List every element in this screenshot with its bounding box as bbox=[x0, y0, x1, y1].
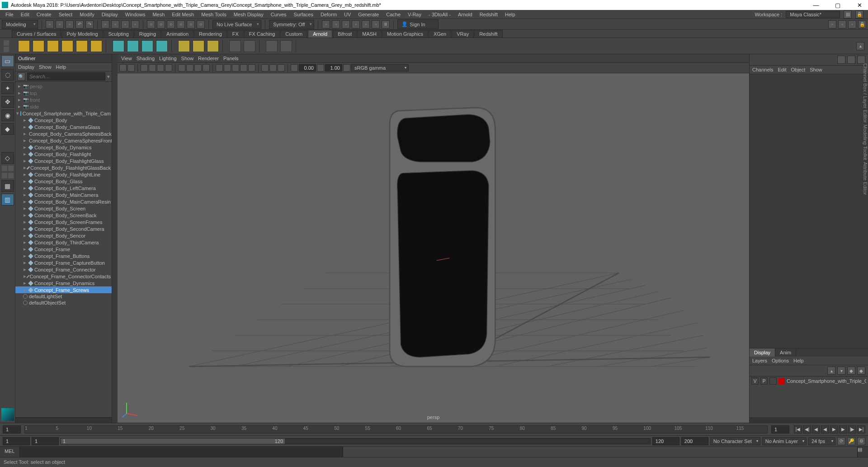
menu-v-ray[interactable]: V-Ray bbox=[404, 11, 425, 18]
menu-create[interactable]: Create bbox=[33, 11, 55, 18]
shelf-tab-poly-modeling[interactable]: Poly Modeling bbox=[61, 30, 103, 38]
layer-new-selected-icon[interactable]: ◆ bbox=[857, 367, 865, 375]
select-tool[interactable]: ▭ bbox=[1, 55, 14, 67]
shelf-tab-arnold[interactable]: Arnold bbox=[308, 30, 332, 38]
shelf-tab-curves-surfaces[interactable]: Curves / Surfaces bbox=[12, 30, 61, 38]
outliner-item[interactable]: ▸📷top bbox=[15, 90, 112, 96]
modeling-toolkit-tab[interactable]: Modeling Toolkit bbox=[861, 124, 868, 160]
outliner-item[interactable]: ▸Concept_Body_Screen bbox=[15, 205, 112, 212]
outliner-item[interactable]: ▸Concept_Frame_Screws bbox=[15, 286, 112, 293]
layout-outliner-persp[interactable]: ▥ bbox=[1, 194, 14, 205]
outliner-item[interactable]: ▸Concept_Body_ThirdCamera bbox=[15, 239, 112, 246]
vp-colormgmt-icon[interactable] bbox=[343, 64, 350, 71]
prefs-icon[interactable]: ⚙ bbox=[857, 437, 865, 445]
outliner-item[interactable]: ▸Concept_Body_ScreenBack bbox=[15, 212, 112, 219]
shelf-tab-xgen[interactable]: XGen bbox=[429, 30, 451, 38]
channelbox-menu-channels[interactable]: Channels bbox=[752, 67, 773, 72]
vp-select-camera-icon[interactable] bbox=[119, 64, 127, 71]
layer-menu-layers[interactable]: Layers bbox=[752, 358, 767, 363]
snap-icon[interactable]: ○ bbox=[157, 20, 165, 29]
outliner-item[interactable]: ▸Concept_Body_MainCameraResin bbox=[15, 198, 112, 205]
vp-smooth-icon[interactable] bbox=[224, 64, 231, 71]
outliner-item[interactable]: ▸Concept_Body_MainCamera bbox=[15, 191, 112, 198]
rotate-tool[interactable]: ◉ bbox=[1, 110, 14, 121]
select-mode-icon[interactable]: ▫ bbox=[111, 20, 119, 29]
channelbox-menu-show[interactable]: Show bbox=[810, 67, 822, 72]
viewport-menu-view[interactable]: View bbox=[121, 56, 132, 61]
snap-icon[interactable]: ○ bbox=[197, 20, 205, 29]
shelf-tab-rendering[interactable]: Rendering bbox=[194, 30, 227, 38]
outliner-tree[interactable]: ▸📷persp▸📷top▸📷front▸📷side▾Concept_Smartp… bbox=[15, 82, 112, 417]
outliner-menu-help[interactable]: Help bbox=[56, 64, 66, 70]
viewport-menu-shading[interactable]: Shading bbox=[137, 56, 155, 61]
arnold-render-icon[interactable] bbox=[280, 40, 292, 52]
sidebar-icon[interactable]: ▫ bbox=[828, 20, 836, 29]
vp-grid-icon[interactable] bbox=[178, 64, 185, 71]
menu-uv[interactable]: UV bbox=[340, 11, 354, 18]
vp-2d-pan-icon[interactable] bbox=[157, 64, 164, 71]
outliner-item-root[interactable]: ▾Concept_Smartphone_with_Triple_Cam bbox=[15, 110, 112, 117]
time-slider[interactable]: 1 15101520253035404550556065707580859095… bbox=[0, 423, 868, 435]
outliner-item[interactable]: ▸Concept_Body_CameraSpheresBack bbox=[15, 130, 112, 137]
outliner-item[interactable]: ▸📷side bbox=[15, 103, 112, 110]
menu-file[interactable]: File bbox=[2, 11, 17, 18]
layer-hscroll[interactable] bbox=[750, 417, 868, 423]
arnold-utility-icon[interactable] bbox=[229, 40, 241, 52]
layer-menu-options[interactable]: Options bbox=[772, 358, 789, 363]
outliner-item[interactable]: ▸Concept_Frame_Buttons bbox=[15, 253, 112, 259]
outliner-item[interactable]: ▸Concept_Body_FlashlightGlassBack bbox=[15, 164, 112, 171]
viewport-menu-renderer[interactable]: Renderer bbox=[198, 56, 219, 61]
menu-mesh-tools[interactable]: Mesh Tools bbox=[198, 11, 230, 18]
layout-icon[interactable] bbox=[8, 166, 14, 171]
shelf-tab-fx[interactable]: FX bbox=[227, 30, 244, 38]
layer-visibility-toggle[interactable]: V bbox=[751, 377, 759, 385]
step-forward-key-button[interactable]: |▶ bbox=[848, 425, 856, 434]
arnold-shape-icon[interactable] bbox=[142, 40, 153, 52]
snap-icon[interactable]: ○ bbox=[147, 20, 155, 29]
minimize-button[interactable]: — bbox=[809, 2, 823, 9]
menu-modify[interactable]: Modify bbox=[76, 11, 98, 18]
go-to-start-button[interactable]: |◀ bbox=[794, 425, 802, 434]
select-mode-icon[interactable]: ▫ bbox=[131, 20, 139, 29]
outliner-item[interactable]: ▸Concept_Body_FlashlightGlass bbox=[15, 157, 112, 164]
arnold-tx-icon[interactable] bbox=[178, 40, 190, 52]
vp-gate-mask-icon[interactable] bbox=[203, 64, 210, 71]
paint-select-tool[interactable]: ✦ bbox=[1, 82, 14, 94]
outliner-item[interactable]: ▸Concept_Body bbox=[15, 117, 112, 124]
sign-in-button[interactable]: 👤 Sign In bbox=[397, 19, 438, 29]
sidebar-icon[interactable]: ▫ bbox=[838, 20, 846, 29]
layer-display-type[interactable] bbox=[769, 377, 777, 385]
menu-set-dropdown[interactable]: Modeling bbox=[2, 20, 38, 29]
outliner-item[interactable]: ▸Concept_Frame_CaptureButton bbox=[15, 259, 112, 266]
viewport-canvas[interactable]: persp bbox=[118, 73, 749, 423]
vp-grease-icon[interactable] bbox=[165, 64, 172, 71]
menu-arnold[interactable]: Arnold bbox=[454, 11, 476, 18]
shelf-tab-motion-graphics[interactable]: Motion Graphics bbox=[382, 30, 428, 38]
menu-mesh-display[interactable]: Mesh Display bbox=[230, 11, 267, 18]
play-start-field[interactable]: 1 bbox=[32, 437, 59, 445]
outliner-item[interactable]: ▸Concept_Frame_Dynamics bbox=[15, 280, 112, 286]
vp-wire-icon[interactable] bbox=[216, 64, 223, 71]
play-forward-button[interactable]: ▶ bbox=[830, 425, 838, 434]
arnold-shape-icon[interactable] bbox=[156, 40, 168, 52]
menu-windows[interactable]: Windows bbox=[122, 11, 149, 18]
redo-icon[interactable]: ↷ bbox=[85, 20, 94, 29]
render-icon[interactable]: ▫ bbox=[332, 20, 340, 29]
pause-icon[interactable]: ⏸ bbox=[382, 20, 390, 29]
outliner-hscroll[interactable] bbox=[15, 417, 112, 423]
vp-bookmark-icon[interactable] bbox=[127, 64, 135, 71]
outliner-item[interactable]: ▸Concept_Frame_Connector bbox=[15, 266, 112, 273]
layer-menu-help[interactable]: Help bbox=[793, 358, 804, 363]
save-scene-icon[interactable]: ▫ bbox=[66, 20, 74, 29]
layer-move-up-icon[interactable]: ▴ bbox=[827, 367, 835, 375]
shelf-menu-icon[interactable] bbox=[4, 40, 9, 46]
outliner-menu-show[interactable]: Show bbox=[39, 64, 52, 70]
render-icon[interactable]: ▫ bbox=[342, 20, 350, 29]
vp-res-gate-icon[interactable] bbox=[194, 64, 202, 71]
layout-icon[interactable] bbox=[2, 173, 7, 178]
vp-gamma-field[interactable]: 1.00 bbox=[325, 64, 342, 71]
outliner-search-input[interactable]: Search... bbox=[27, 72, 105, 81]
open-scene-icon[interactable]: ▫ bbox=[56, 20, 64, 29]
go-to-end-button[interactable]: ▶| bbox=[857, 425, 865, 434]
arnold-shape-icon[interactable] bbox=[127, 40, 139, 52]
